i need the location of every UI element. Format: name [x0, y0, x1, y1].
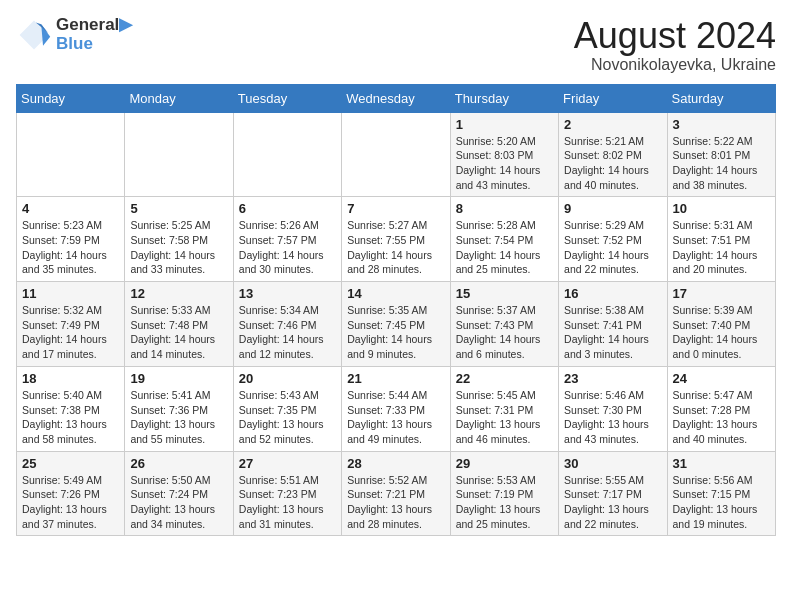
day-detail: Sunrise: 5:27 AM Sunset: 7:55 PM Dayligh…: [347, 218, 444, 277]
calendar-cell: 19Sunrise: 5:41 AM Sunset: 7:36 PM Dayli…: [125, 366, 233, 451]
day-number: 7: [347, 201, 444, 216]
day-detail: Sunrise: 5:56 AM Sunset: 7:15 PM Dayligh…: [673, 473, 770, 532]
header-tuesday: Tuesday: [233, 84, 341, 112]
calendar-cell: 9Sunrise: 5:29 AM Sunset: 7:52 PM Daylig…: [559, 197, 667, 282]
day-number: 24: [673, 371, 770, 386]
day-number: 14: [347, 286, 444, 301]
calendar-cell: 31Sunrise: 5:56 AM Sunset: 7:15 PM Dayli…: [667, 451, 775, 536]
day-detail: Sunrise: 5:49 AM Sunset: 7:26 PM Dayligh…: [22, 473, 119, 532]
calendar-cell: 8Sunrise: 5:28 AM Sunset: 7:54 PM Daylig…: [450, 197, 558, 282]
calendar-cell: 7Sunrise: 5:27 AM Sunset: 7:55 PM Daylig…: [342, 197, 450, 282]
day-number: 23: [564, 371, 661, 386]
day-detail: Sunrise: 5:44 AM Sunset: 7:33 PM Dayligh…: [347, 388, 444, 447]
calendar-cell: 3Sunrise: 5:22 AM Sunset: 8:01 PM Daylig…: [667, 112, 775, 197]
calendar-cell: 12Sunrise: 5:33 AM Sunset: 7:48 PM Dayli…: [125, 282, 233, 367]
day-detail: Sunrise: 5:52 AM Sunset: 7:21 PM Dayligh…: [347, 473, 444, 532]
day-detail: Sunrise: 5:45 AM Sunset: 7:31 PM Dayligh…: [456, 388, 553, 447]
day-detail: Sunrise: 5:28 AM Sunset: 7:54 PM Dayligh…: [456, 218, 553, 277]
calendar-cell: 14Sunrise: 5:35 AM Sunset: 7:45 PM Dayli…: [342, 282, 450, 367]
day-detail: Sunrise: 5:39 AM Sunset: 7:40 PM Dayligh…: [673, 303, 770, 362]
calendar-cell: [125, 112, 233, 197]
day-detail: Sunrise: 5:38 AM Sunset: 7:41 PM Dayligh…: [564, 303, 661, 362]
calendar-cell: 17Sunrise: 5:39 AM Sunset: 7:40 PM Dayli…: [667, 282, 775, 367]
subtitle: Novonikolayevka, Ukraine: [574, 56, 776, 74]
day-number: 25: [22, 456, 119, 471]
main-title: August 2024: [574, 16, 776, 56]
header-saturday: Saturday: [667, 84, 775, 112]
day-detail: Sunrise: 5:41 AM Sunset: 7:36 PM Dayligh…: [130, 388, 227, 447]
day-detail: Sunrise: 5:33 AM Sunset: 7:48 PM Dayligh…: [130, 303, 227, 362]
day-detail: Sunrise: 5:43 AM Sunset: 7:35 PM Dayligh…: [239, 388, 336, 447]
calendar-header-row: SundayMondayTuesdayWednesdayThursdayFrid…: [17, 84, 776, 112]
header-friday: Friday: [559, 84, 667, 112]
header-thursday: Thursday: [450, 84, 558, 112]
day-number: 30: [564, 456, 661, 471]
calendar-cell: [17, 112, 125, 197]
day-detail: Sunrise: 5:34 AM Sunset: 7:46 PM Dayligh…: [239, 303, 336, 362]
calendar-cell: 21Sunrise: 5:44 AM Sunset: 7:33 PM Dayli…: [342, 366, 450, 451]
calendar-cell: [342, 112, 450, 197]
day-number: 31: [673, 456, 770, 471]
logo-icon: [16, 17, 52, 53]
title-block: August 2024 Novonikolayevka, Ukraine: [574, 16, 776, 74]
header-sunday: Sunday: [17, 84, 125, 112]
calendar-cell: 4Sunrise: 5:23 AM Sunset: 7:59 PM Daylig…: [17, 197, 125, 282]
day-number: 19: [130, 371, 227, 386]
calendar-cell: 5Sunrise: 5:25 AM Sunset: 7:58 PM Daylig…: [125, 197, 233, 282]
day-number: 6: [239, 201, 336, 216]
calendar-cell: 28Sunrise: 5:52 AM Sunset: 7:21 PM Dayli…: [342, 451, 450, 536]
day-detail: Sunrise: 5:37 AM Sunset: 7:43 PM Dayligh…: [456, 303, 553, 362]
day-detail: Sunrise: 5:40 AM Sunset: 7:38 PM Dayligh…: [22, 388, 119, 447]
day-detail: Sunrise: 5:53 AM Sunset: 7:19 PM Dayligh…: [456, 473, 553, 532]
day-detail: Sunrise: 5:29 AM Sunset: 7:52 PM Dayligh…: [564, 218, 661, 277]
day-number: 8: [456, 201, 553, 216]
calendar-cell: 25Sunrise: 5:49 AM Sunset: 7:26 PM Dayli…: [17, 451, 125, 536]
day-number: 21: [347, 371, 444, 386]
day-number: 16: [564, 286, 661, 301]
calendar-cell: [233, 112, 341, 197]
day-number: 10: [673, 201, 770, 216]
day-number: 3: [673, 117, 770, 132]
day-number: 17: [673, 286, 770, 301]
calendar-cell: 18Sunrise: 5:40 AM Sunset: 7:38 PM Dayli…: [17, 366, 125, 451]
calendar-cell: 20Sunrise: 5:43 AM Sunset: 7:35 PM Dayli…: [233, 366, 341, 451]
day-number: 2: [564, 117, 661, 132]
day-number: 11: [22, 286, 119, 301]
day-number: 26: [130, 456, 227, 471]
calendar-table: SundayMondayTuesdayWednesdayThursdayFrid…: [16, 84, 776, 537]
calendar-week-2: 4Sunrise: 5:23 AM Sunset: 7:59 PM Daylig…: [17, 197, 776, 282]
day-detail: Sunrise: 5:25 AM Sunset: 7:58 PM Dayligh…: [130, 218, 227, 277]
calendar-cell: 24Sunrise: 5:47 AM Sunset: 7:28 PM Dayli…: [667, 366, 775, 451]
logo-text: General▶ Blue: [56, 16, 132, 53]
day-detail: Sunrise: 5:47 AM Sunset: 7:28 PM Dayligh…: [673, 388, 770, 447]
day-detail: Sunrise: 5:50 AM Sunset: 7:24 PM Dayligh…: [130, 473, 227, 532]
day-number: 12: [130, 286, 227, 301]
day-number: 15: [456, 286, 553, 301]
calendar-week-1: 1Sunrise: 5:20 AM Sunset: 8:03 PM Daylig…: [17, 112, 776, 197]
calendar-cell: 22Sunrise: 5:45 AM Sunset: 7:31 PM Dayli…: [450, 366, 558, 451]
calendar-cell: 6Sunrise: 5:26 AM Sunset: 7:57 PM Daylig…: [233, 197, 341, 282]
calendar-cell: 2Sunrise: 5:21 AM Sunset: 8:02 PM Daylig…: [559, 112, 667, 197]
calendar-week-4: 18Sunrise: 5:40 AM Sunset: 7:38 PM Dayli…: [17, 366, 776, 451]
calendar-cell: 13Sunrise: 5:34 AM Sunset: 7:46 PM Dayli…: [233, 282, 341, 367]
day-number: 28: [347, 456, 444, 471]
logo: General▶ Blue: [16, 16, 132, 53]
calendar-cell: 1Sunrise: 5:20 AM Sunset: 8:03 PM Daylig…: [450, 112, 558, 197]
day-detail: Sunrise: 5:21 AM Sunset: 8:02 PM Dayligh…: [564, 134, 661, 193]
day-number: 18: [22, 371, 119, 386]
calendar-cell: 23Sunrise: 5:46 AM Sunset: 7:30 PM Dayli…: [559, 366, 667, 451]
calendar-week-5: 25Sunrise: 5:49 AM Sunset: 7:26 PM Dayli…: [17, 451, 776, 536]
day-detail: Sunrise: 5:46 AM Sunset: 7:30 PM Dayligh…: [564, 388, 661, 447]
calendar-cell: 29Sunrise: 5:53 AM Sunset: 7:19 PM Dayli…: [450, 451, 558, 536]
day-number: 9: [564, 201, 661, 216]
calendar-cell: 11Sunrise: 5:32 AM Sunset: 7:49 PM Dayli…: [17, 282, 125, 367]
day-number: 13: [239, 286, 336, 301]
calendar-cell: 26Sunrise: 5:50 AM Sunset: 7:24 PM Dayli…: [125, 451, 233, 536]
day-number: 20: [239, 371, 336, 386]
header-wednesday: Wednesday: [342, 84, 450, 112]
header-monday: Monday: [125, 84, 233, 112]
calendar-body: 1Sunrise: 5:20 AM Sunset: 8:03 PM Daylig…: [17, 112, 776, 536]
day-number: 5: [130, 201, 227, 216]
day-detail: Sunrise: 5:31 AM Sunset: 7:51 PM Dayligh…: [673, 218, 770, 277]
day-number: 27: [239, 456, 336, 471]
